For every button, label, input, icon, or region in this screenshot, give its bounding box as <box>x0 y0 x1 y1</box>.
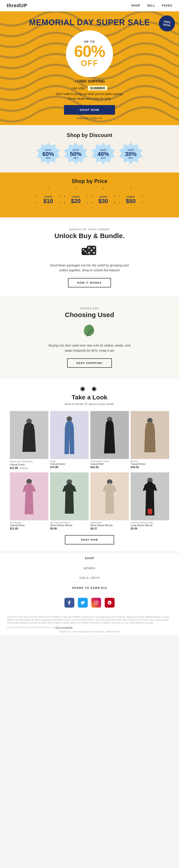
product-brand-3: Christopher Collins <box>91 460 129 463</box>
eye-icon: ◉ ◉ <box>7 385 172 392</box>
svg-point-9 <box>93 252 95 253</box>
fine-print-text2: You are subscribed to this email as DI/C… <box>7 626 172 629</box>
look-title: Take a Look <box>7 394 172 401</box>
hero-free-ship: + FREE SHIPPING <box>4 80 175 84</box>
product-brand-8: Ominfus Donna by Mu... <box>131 522 169 524</box>
product-price-8: $5.00 <box>131 527 169 530</box>
footer-nav-women[interactable]: WOMEN <box>0 564 179 573</box>
product-brand-7: Paperwhite <box>91 522 129 524</box>
product-item-3[interactable]: Christopher Collins Casual Skirt $22.99 <box>91 411 129 470</box>
product-name-5: Casual Dress <box>10 524 48 527</box>
pinterest-icon[interactable] <box>105 598 114 608</box>
twitter-icon[interactable] <box>78 598 88 608</box>
product-name-3: Casual Skirt <box>91 463 129 465</box>
unsubscribe-link[interactable]: Click to Unsubscribe <box>55 626 73 628</box>
product-item-1[interactable]: Diane von Furstenberg Casual Dress $47.9… <box>10 411 48 470</box>
discount-badge-60[interactable]: SHOP 60% OFF <box>36 142 60 166</box>
product-price-2: $74.99 <box>50 466 88 469</box>
hero-off-text: OFF <box>81 59 98 67</box>
nav-sell[interactable]: SELL <box>147 4 155 7</box>
instagram-icon[interactable] <box>91 598 101 608</box>
product-item-2[interactable]: Paige Casual Jeans $74.99 <box>50 411 88 470</box>
bundle-subtitle: BUNDLE UP, SAVE CARBON <box>14 228 165 231</box>
bundle-section: BUNDLE UP, SAVE CARBON Unlock Buy & Bund… <box>0 219 179 297</box>
hero-code-label: Use code: <box>72 86 86 90</box>
price-badge-20[interactable]: UNDER $20 <box>64 188 87 212</box>
discount-badge-50[interactable]: SHOP 50% OFF <box>64 142 87 166</box>
product-brand-6: Ink Love and Peace <box>50 522 88 524</box>
product-img-6 <box>50 472 88 520</box>
header: thredUP SHOP SELL FAVES <box>0 0 179 11</box>
nav-shop[interactable]: SHOP <box>131 4 140 7</box>
svg-point-21 <box>96 602 97 603</box>
hero-ends-fine: Ends 5/30,11:59pm PT <box>4 117 175 120</box>
discount-badge-40[interactable]: SHOP 40% OFF <box>92 142 115 166</box>
discount-title: Shop by Discount <box>7 132 172 138</box>
fine-print-text: *VALID ONLY FOR ONE ACCOUNT PER DELIVERY… <box>7 616 172 624</box>
product-brand-5: Two Arrows <box>10 522 48 524</box>
product-brand-2: Paige <box>50 460 88 463</box>
shop-by-discount: Shop by Discount SHOP 60% OFF SHOP 50% O… <box>0 126 179 172</box>
price-badge-50[interactable]: UNDER $50 <box>119 188 143 212</box>
social-row <box>0 593 179 612</box>
product-item-5[interactable]: Two Arrows Casual Dress $21.99 <box>10 472 48 530</box>
bundle-desc: Send fewer packages out into the world b… <box>47 263 132 273</box>
price-badges-row: UNDER $10 UNDER $20 UNDER $30 UNDER $50 <box>7 188 172 212</box>
price-badge-10[interactable]: UNDER $10 <box>36 188 60 212</box>
used-icon <box>14 323 165 339</box>
footer-nav-girls-boys[interactable]: GIRLS | BOYS <box>0 573 179 583</box>
product-price-7: $8.37 <box>91 527 129 530</box>
product-item-6[interactable]: Ink Love and Peace Short Sleeve Blouse $… <box>50 472 88 530</box>
hero-desc: Don't wait to scoop up what you've been … <box>51 92 128 101</box>
logo[interactable]: thredUP <box>7 3 27 8</box>
footer-nav-shop[interactable]: SHOP <box>0 553 179 564</box>
nav-faves[interactable]: FAVES <box>162 4 172 7</box>
fine-print: *VALID ONLY FOR ONE ACCOUNT PER DELIVERY… <box>0 612 179 635</box>
svg-rect-19 <box>148 509 152 514</box>
d60-pct: 60% <box>42 151 54 157</box>
product-img-5 <box>10 472 48 520</box>
product-name-2: Casual Jeans <box>50 463 88 465</box>
d30-off: OFF <box>128 157 133 159</box>
svg-point-2 <box>84 251 86 252</box>
shop-by-price: Shop by Price UNDER $10 UNDER $20 UNDER … <box>0 173 179 217</box>
price-badge-30[interactable]: UNDER $30 <box>92 188 115 212</box>
footer-nav-share[interactable]: SHARE TO EARN $10 <box>0 583 179 593</box>
product-price-6: $5.99 <box>50 527 88 530</box>
look-shop-btn[interactable]: SHOP NOW <box>65 535 114 545</box>
header-nav: SHOP SELL FAVES <box>131 4 172 7</box>
fine-print-logo: ThredUp Inc. • 969 Broadway Suite 200 • … <box>7 630 172 633</box>
price-title: Shop by Price <box>7 178 172 184</box>
look-subtitle: Soon to be the "It" piece in your closet… <box>7 402 172 406</box>
product-item-8[interactable]: Ominfus Donna by Mu... Long Sleeve Blous… <box>131 472 169 530</box>
hero-content: MEMORIAL DAY SUPER SALE UP TO 60% OFF + … <box>4 18 175 120</box>
facebook-icon[interactable] <box>65 598 74 608</box>
svg-point-1 <box>83 249 84 250</box>
svg-point-7 <box>91 249 93 251</box>
used-desc: Buying one item used over new cuts its c… <box>47 343 132 353</box>
product-name-6: Short Sleeve Blouse <box>50 524 88 527</box>
p30-val: $30 <box>99 198 108 205</box>
discount-badge-30[interactable]: SHOP 30% OFF <box>119 142 143 166</box>
product-brand-1: Diane von Furstenberg <box>10 460 48 463</box>
hero-shop-btn[interactable]: SHOP NOW <box>64 105 115 115</box>
product-img-2 <box>50 411 88 459</box>
product-item-4[interactable]: Marisol Casual Dress $39.00 <box>131 411 169 470</box>
d30-pct: 30% <box>125 151 136 157</box>
product-img-7 <box>91 472 129 520</box>
product-name-4: Casual Dress <box>131 463 169 465</box>
product-price-4: $39.00 <box>131 466 169 469</box>
product-item-7[interactable]: Paperwhite Short Sleeve Blouse $8.37 <box>91 472 129 530</box>
take-a-look-section: ◉ ◉ Take a Look Soon to be the "It" piec… <box>0 378 179 551</box>
products-row-1: Diane von Furstenberg Casual Dress $47.9… <box>7 411 172 470</box>
product-name-1: Casual Dress <box>10 463 48 466</box>
hero-circle: UP TO 60% OFF <box>66 30 113 77</box>
hero-code-line: Use code: SUMMER <box>4 86 175 90</box>
hero-title: MEMORIAL DAY SUPER SALE <box>4 18 175 27</box>
keep-shopping-btn[interactable]: KEEP SHOPPING <box>67 359 112 368</box>
how-it-works-btn[interactable]: HOW IT WORKS <box>68 278 111 287</box>
product-img-1 <box>10 411 48 459</box>
product-brand-4: Marisol <box>131 460 169 463</box>
discount-badges-row: SHOP 60% OFF SHOP 50% OFF SHOP 40% OFF S… <box>7 142 172 166</box>
svg-point-8 <box>88 252 90 253</box>
